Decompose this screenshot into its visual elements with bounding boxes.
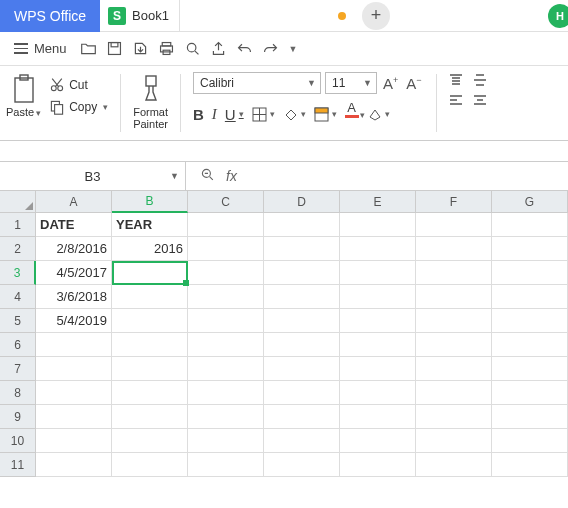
paste-button[interactable]: Paste▾ bbox=[6, 70, 41, 119]
cell-F6[interactable] bbox=[416, 333, 492, 357]
cell-C1[interactable] bbox=[188, 213, 264, 237]
cell-F3[interactable] bbox=[416, 261, 492, 285]
cell-E7[interactable] bbox=[340, 357, 416, 381]
cell-D10[interactable] bbox=[264, 429, 340, 453]
menu-button[interactable]: Menu bbox=[8, 38, 73, 59]
cell-D1[interactable] bbox=[264, 213, 340, 237]
cell-A6[interactable] bbox=[36, 333, 112, 357]
col-head-g[interactable]: G bbox=[492, 191, 568, 213]
undo-icon[interactable] bbox=[235, 39, 255, 59]
user-avatar[interactable]: H bbox=[548, 4, 568, 28]
cell-E1[interactable] bbox=[340, 213, 416, 237]
underline-button[interactable]: U▾ bbox=[225, 106, 244, 123]
cell-B11[interactable] bbox=[112, 453, 188, 477]
format-painter-button[interactable]: Format Painter bbox=[133, 70, 168, 130]
cell-D7[interactable] bbox=[264, 357, 340, 381]
cell-E3[interactable] bbox=[340, 261, 416, 285]
col-head-a[interactable]: A bbox=[36, 191, 112, 213]
border-button[interactable]: ▾ bbox=[252, 107, 275, 122]
redo-icon[interactable] bbox=[261, 39, 281, 59]
new-tab-button[interactable]: + bbox=[362, 2, 390, 30]
cell-E8[interactable] bbox=[340, 381, 416, 405]
cell-D9[interactable] bbox=[264, 405, 340, 429]
cell-C3[interactable] bbox=[188, 261, 264, 285]
cell-E6[interactable] bbox=[340, 333, 416, 357]
cell-A7[interactable] bbox=[36, 357, 112, 381]
cell-B2[interactable]: 2016 bbox=[112, 237, 188, 261]
cell-D5[interactable] bbox=[264, 309, 340, 333]
save-icon[interactable] bbox=[105, 39, 125, 59]
font-size-select[interactable]: 11▼ bbox=[325, 72, 377, 94]
cell-E9[interactable] bbox=[340, 405, 416, 429]
decrease-font-icon[interactable]: A− bbox=[404, 75, 423, 92]
col-head-d[interactable]: D bbox=[264, 191, 340, 213]
cell-B4[interactable] bbox=[112, 285, 188, 309]
cell-G8[interactable] bbox=[492, 381, 568, 405]
cell-A3[interactable]: 4/5/2017 bbox=[36, 261, 112, 285]
cell-B5[interactable] bbox=[112, 309, 188, 333]
cell-B10[interactable] bbox=[112, 429, 188, 453]
cell-G6[interactable] bbox=[492, 333, 568, 357]
cell-G1[interactable] bbox=[492, 213, 568, 237]
copy-button[interactable]: Copy▾ bbox=[49, 99, 108, 115]
cell-C5[interactable] bbox=[188, 309, 264, 333]
cell-E10[interactable] bbox=[340, 429, 416, 453]
cell-A4[interactable]: 3/6/2018 bbox=[36, 285, 112, 309]
cell-F11[interactable] bbox=[416, 453, 492, 477]
cell-A2[interactable]: 2/8/2016 bbox=[36, 237, 112, 261]
font-name-select[interactable]: Calibri▼ bbox=[193, 72, 321, 94]
cell-E2[interactable] bbox=[340, 237, 416, 261]
row-head[interactable]: 4 bbox=[0, 285, 36, 309]
spreadsheet-grid[interactable]: A B C D E F G 1DATEYEAR22/8/2016201634/5… bbox=[0, 191, 568, 477]
col-head-c[interactable]: C bbox=[188, 191, 264, 213]
align-middle-icon[interactable] bbox=[473, 74, 487, 86]
italic-button[interactable]: I bbox=[212, 106, 217, 123]
cell-E11[interactable] bbox=[340, 453, 416, 477]
cell-D4[interactable] bbox=[264, 285, 340, 309]
cell-A1[interactable]: DATE bbox=[36, 213, 112, 237]
cut-button[interactable]: Cut bbox=[49, 77, 108, 93]
cell-D6[interactable] bbox=[264, 333, 340, 357]
cell-D8[interactable] bbox=[264, 381, 340, 405]
cell-F5[interactable] bbox=[416, 309, 492, 333]
select-all-corner[interactable] bbox=[0, 191, 36, 213]
cell-B9[interactable] bbox=[112, 405, 188, 429]
align-top-icon[interactable] bbox=[449, 74, 463, 86]
cell-A5[interactable]: 5/4/2019 bbox=[36, 309, 112, 333]
clear-format-button[interactable]: ▾ bbox=[367, 107, 390, 122]
cell-C6[interactable] bbox=[188, 333, 264, 357]
row-head[interactable]: 5 bbox=[0, 309, 36, 333]
cell-C10[interactable] bbox=[188, 429, 264, 453]
document-tab[interactable]: S Book1 bbox=[100, 0, 180, 32]
col-head-e[interactable]: E bbox=[340, 191, 416, 213]
row-head[interactable]: 7 bbox=[0, 357, 36, 381]
cell-A11[interactable] bbox=[36, 453, 112, 477]
row-head[interactable]: 6 bbox=[0, 333, 36, 357]
cell-G2[interactable] bbox=[492, 237, 568, 261]
increase-font-icon[interactable]: A+ bbox=[381, 75, 400, 92]
row-head[interactable]: 3 bbox=[0, 261, 36, 285]
cell-C4[interactable] bbox=[188, 285, 264, 309]
cell-B8[interactable] bbox=[112, 381, 188, 405]
cell-D11[interactable] bbox=[264, 453, 340, 477]
cell-G10[interactable] bbox=[492, 429, 568, 453]
row-head[interactable]: 1 bbox=[0, 213, 36, 237]
row-head[interactable]: 8 bbox=[0, 381, 36, 405]
cell-F2[interactable] bbox=[416, 237, 492, 261]
fill-color-button[interactable]: ▾ bbox=[283, 107, 306, 122]
cell-B6[interactable] bbox=[112, 333, 188, 357]
cell-style-button[interactable]: ▾ bbox=[314, 107, 337, 122]
cell-F4[interactable] bbox=[416, 285, 492, 309]
share-icon[interactable] bbox=[209, 39, 229, 59]
cell-A10[interactable] bbox=[36, 429, 112, 453]
cell-C7[interactable] bbox=[188, 357, 264, 381]
cell-D3[interactable] bbox=[264, 261, 340, 285]
cell-G9[interactable] bbox=[492, 405, 568, 429]
cell-A9[interactable] bbox=[36, 405, 112, 429]
row-head[interactable]: 9 bbox=[0, 405, 36, 429]
cell-B1[interactable]: YEAR bbox=[112, 213, 188, 237]
col-head-b[interactable]: B bbox=[112, 191, 188, 213]
align-center-icon[interactable] bbox=[473, 94, 487, 106]
export-icon[interactable] bbox=[131, 39, 151, 59]
print-icon[interactable] bbox=[157, 39, 177, 59]
